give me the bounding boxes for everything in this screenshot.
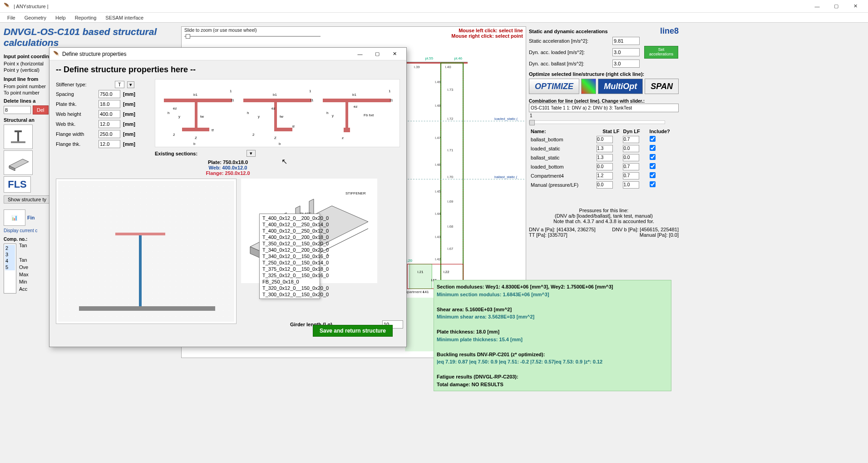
menu-file[interactable]: File (3, 14, 20, 21)
load-row: loaded_static (529, 144, 679, 153)
svg-text:y: y (178, 115, 180, 119)
comp-item[interactable]: 2 (5, 245, 15, 251)
comp-item[interactable]: 4 (5, 258, 15, 264)
manual-p-input[interactable] (597, 181, 613, 189)
combo-slider[interactable] (529, 120, 665, 124)
section-option[interactable]: T_320_0x12_0__150_0x20_0 (260, 285, 320, 291)
load-s-input[interactable] (597, 163, 613, 170)
results-icon[interactable]: 📊 (4, 209, 25, 226)
fl-thk-input[interactable] (99, 140, 120, 148)
load-include-checkbox[interactable] (650, 172, 656, 178)
svg-rect-99 (79, 306, 215, 311)
load-d-input[interactable] (623, 136, 639, 143)
load-include-checkbox[interactable] (650, 145, 656, 151)
load-d-input[interactable] (623, 145, 639, 152)
manual-lf-input[interactable] (623, 181, 639, 189)
plate-thk-input[interactable] (99, 100, 120, 108)
minimize-button[interactable]: — (808, 1, 826, 12)
svg-text:l.21: l.21 (418, 270, 424, 274)
optimize-button[interactable]: OPTIMIZE (529, 79, 579, 94)
comp-list[interactable]: 2 3 4 5 (4, 244, 16, 294)
set-accel-button[interactable]: Setaccelerations (644, 46, 678, 59)
section-option[interactable]: FB_250_0x18_0 (260, 279, 320, 285)
static-accel-label: Static acceleration [m/s^2]: (529, 38, 611, 44)
load-d-input[interactable] (623, 172, 639, 179)
section-option[interactable]: T_400_0x12_0__250_0x14_0 (260, 221, 320, 228)
web-thk-input[interactable] (99, 120, 120, 128)
load-s-input[interactable] (597, 136, 613, 143)
dialog-close-button[interactable]: ✕ (386, 49, 403, 59)
existing-sections-dropdown[interactable]: T_400_0x12_0__200_0x20_0 T_400_0x12_0__2… (259, 214, 320, 299)
load-s-input[interactable] (597, 172, 613, 179)
svg-text:ez: ez (173, 106, 177, 110)
svg-text:2: 2 (252, 133, 255, 137)
static-accel-input[interactable] (612, 37, 640, 45)
menu-help[interactable]: Help (51, 14, 70, 21)
span-button[interactable]: SPAN (645, 79, 679, 94)
window-title: | ANYstructure | (14, 4, 808, 9)
spacing-input[interactable] (99, 90, 120, 98)
svg-text:pt.46: pt.46 (454, 56, 463, 60)
load-s-input[interactable] (597, 145, 613, 152)
close-button[interactable]: ✕ (846, 1, 864, 12)
section-option[interactable]: T_340_0x12_0__150_0x16_0 (260, 253, 320, 259)
svg-rect-98 (139, 235, 142, 308)
fls-button[interactable]: FLS (4, 176, 31, 193)
load-d-input[interactable] (623, 163, 639, 170)
svg-text:1: 1 (309, 89, 311, 93)
svg-rect-72 (243, 99, 311, 102)
load-include-checkbox[interactable] (650, 154, 656, 160)
menu-sesam[interactable]: SESAM interface (101, 14, 148, 21)
section-option[interactable]: T_400_0x12_0__200_0x18_0 (260, 234, 320, 240)
menu-reporting[interactable]: Reporting (70, 14, 101, 21)
svg-text:ballast_static (: ballast_static ( (494, 175, 518, 179)
maximize-button[interactable]: ▢ (827, 1, 845, 12)
plate-3d-icon[interactable] (4, 150, 33, 175)
comp-item[interactable]: 3 (5, 251, 15, 258)
dyn-ballast-input[interactable] (612, 60, 640, 68)
load-row: Compartment4 (529, 171, 679, 180)
load-include-checkbox[interactable] (650, 163, 656, 169)
section-option[interactable]: T_325_0x12_0__150_0x16_0 (260, 272, 320, 279)
manual-include-checkbox[interactable] (650, 181, 656, 187)
stiff-type-value: T (115, 81, 124, 88)
load-d-input[interactable] (623, 154, 639, 161)
dialog-maximize-button[interactable]: ▢ (369, 49, 385, 59)
existing-sections-dropdown-button[interactable]: ▾ (247, 150, 256, 157)
section-option[interactable]: T_340_0x12_0__200_0x20_0 (260, 247, 320, 253)
delete-button[interactable]: Del (33, 105, 49, 115)
menu-bar: File Geometry Help Reporting SESAM inter… (0, 13, 868, 23)
load-include-checkbox[interactable] (650, 136, 656, 142)
section-option[interactable]: T_375_0x12_0__150_0x18_0 (260, 266, 320, 272)
multiopt-button[interactable]: MultiOpt (598, 79, 643, 94)
fl-w-input[interactable] (99, 130, 120, 138)
svg-rect-97 (115, 233, 165, 235)
svg-text:l.44: l.44 (435, 212, 441, 216)
stiff-type-dropdown-button[interactable]: ▾ (127, 81, 134, 88)
comp-lbl: Max (19, 271, 29, 278)
comp-item[interactable]: 5 (5, 264, 15, 270)
delete-input[interactable] (4, 106, 31, 114)
web-thk-label: Web thk. (56, 121, 96, 127)
section-option[interactable]: T_300_0x12_0__150_0x20_0 (260, 291, 320, 298)
svg-text:t1: t1 (311, 98, 314, 102)
unit-label: [mm] (123, 131, 135, 137)
svg-text:t1: t1 (390, 98, 393, 102)
show-structure-button[interactable]: Show structure ty (4, 195, 50, 204)
menu-geometry[interactable]: Geometry (20, 14, 51, 21)
dialog-minimize-button[interactable]: — (352, 49, 368, 59)
svg-rect-1 (17, 132, 19, 141)
section-option[interactable]: T_400_0x12_0__200_0x20_0 (260, 215, 320, 221)
save-structure-button[interactable]: Save and return structure (313, 325, 393, 337)
web-h-input[interactable] (99, 110, 120, 118)
dyn-ballast-label: Dyn. acc. ballast [m/s^2]: (529, 61, 611, 66)
section-option[interactable]: T_400_0x12_0__250_0x12_0 (260, 228, 320, 234)
section-option[interactable]: T_350_0x12_0__150_0x20_0 (260, 240, 320, 247)
t-profile-icon[interactable] (4, 124, 33, 149)
load-s-input[interactable] (597, 154, 613, 161)
dyn-loaded-input[interactable] (612, 48, 640, 56)
section-option[interactable]: T_250_0x12_0__150_0x14_0 (260, 259, 320, 266)
zoom-slider[interactable] (184, 34, 321, 39)
svg-rect-87 (345, 102, 348, 132)
unit-label: [mm] (123, 111, 135, 117)
